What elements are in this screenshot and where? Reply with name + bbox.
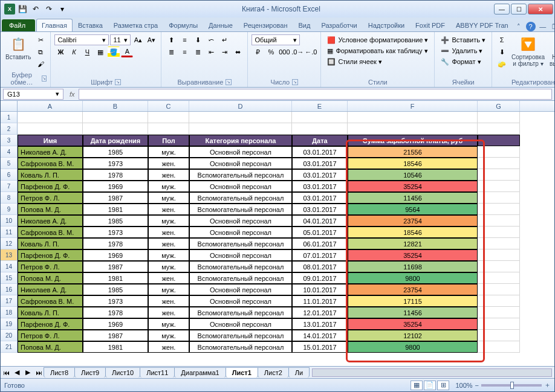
cell[interactable]: Основной персонал [189, 284, 292, 295]
percent-icon[interactable]: % [265, 47, 277, 57]
row-header[interactable]: 20 [1, 330, 18, 341]
cell[interactable]: Вспомогательный персонал [189, 204, 292, 215]
cell[interactable] [478, 146, 520, 158]
cell[interactable]: 1987 [83, 261, 148, 272]
cell[interactable]: 9564 [348, 204, 478, 215]
cell[interactable]: Основной персонал [189, 146, 292, 158]
sheet-tab[interactable]: Лист8 [44, 367, 75, 378]
cell[interactable]: жен. [148, 272, 189, 284]
cell[interactable]: 1969 [83, 181, 148, 192]
cell[interactable]: Попова М. Д. [18, 341, 83, 353]
cell[interactable]: муж. [148, 261, 189, 272]
zoom-in-button[interactable]: ＋ [544, 381, 551, 390]
cell[interactable]: жен. [148, 238, 189, 249]
sheet-tab[interactable]: Ли [288, 367, 310, 378]
cell[interactable]: муж. [148, 330, 189, 341]
cell[interactable]: 1985 [83, 146, 148, 158]
underline-button[interactable]: Ч [81, 47, 93, 57]
row-header[interactable]: 5 [1, 158, 18, 169]
cell[interactable] [292, 112, 348, 123]
cell[interactable]: 1973 [83, 227, 148, 238]
column-header[interactable]: B [83, 101, 148, 111]
cell[interactable]: Имя [18, 135, 83, 146]
close-button[interactable]: ✕ [528, 4, 553, 14]
cell[interactable]: муж. [148, 318, 189, 330]
row-header[interactable]: 13 [1, 249, 18, 261]
cell[interactable]: 08.01.2017 [292, 261, 348, 272]
copy-icon[interactable]: ⧉ [34, 47, 47, 57]
cell[interactable]: Вспомогательный персонал [189, 261, 292, 272]
cell[interactable]: Вспомогательный персонал [189, 192, 292, 204]
cell[interactable]: Основной персонал [189, 249, 292, 261]
cell[interactable] [148, 112, 189, 123]
cell[interactable]: жен. [148, 307, 189, 318]
sheet-tab[interactable]: Лист10 [105, 367, 140, 378]
cell[interactable] [478, 158, 520, 169]
cell[interactable]: Дата [292, 135, 348, 146]
cell[interactable]: Парфенов Д. Ф. [18, 318, 83, 330]
cell[interactable]: Сафронова В. М. [18, 227, 83, 238]
number-format-combo[interactable]: Общий▾ [252, 34, 300, 45]
cell[interactable] [18, 123, 83, 135]
font-color-icon[interactable]: A [121, 47, 133, 57]
cell[interactable]: Сумма заработной платы, руб [348, 135, 478, 146]
doc-restore-icon[interactable]: ❐ [550, 22, 555, 31]
row-header[interactable]: 4 [1, 146, 18, 158]
cell[interactable]: Основной персонал [189, 181, 292, 192]
conditional-format-button[interactable]: 🟥Условное форматирование ▾ [325, 34, 430, 45]
grow-font-icon[interactable]: A▴ [132, 34, 144, 45]
bold-button[interactable]: Ж [54, 47, 67, 57]
cell[interactable] [18, 112, 83, 123]
row-header[interactable]: 21 [1, 341, 18, 353]
wrap-text-icon[interactable]: ↵ [218, 34, 230, 45]
cell[interactable]: муж. [148, 181, 189, 192]
row-header[interactable]: 8 [1, 192, 18, 204]
increase-indent-icon[interactable]: ⇥ [218, 47, 230, 57]
cell[interactable]: 07.01.2017 [292, 249, 348, 261]
align-middle-icon[interactable]: ≡ [178, 34, 190, 45]
cell[interactable]: 11456 [348, 307, 478, 318]
name-box[interactable]: G13▾ [3, 89, 63, 100]
page-break-button[interactable]: ⊞ [437, 381, 449, 390]
cell[interactable]: Коваль Л. П. [18, 238, 83, 249]
zoom-slider[interactable] [481, 384, 542, 387]
align-launcher[interactable]: ↘ [226, 79, 232, 85]
cell[interactable]: Основной персонал [189, 318, 292, 330]
sort-filter-button[interactable]: 🔽 Сортировка и фильтр ▾ [510, 34, 546, 68]
cell[interactable]: Парфенов Д. Ф. [18, 249, 83, 261]
cell[interactable] [83, 123, 148, 135]
ribbon-tab[interactable]: ABBYY PDF Tran [450, 19, 514, 31]
cell[interactable] [478, 238, 520, 249]
cell[interactable]: 1985 [83, 284, 148, 295]
cell[interactable]: Основной персонал [189, 158, 292, 169]
autosum-icon[interactable]: Σ [496, 34, 508, 45]
cell[interactable] [478, 169, 520, 181]
cell[interactable]: 12821 [348, 238, 478, 249]
file-tab[interactable]: Файл [2, 19, 35, 31]
cell[interactable]: 1985 [83, 215, 148, 227]
italic-button[interactable]: К [68, 47, 80, 57]
ribbon-tab[interactable]: Формулы [163, 19, 203, 31]
cell[interactable]: 03.01.2017 [292, 204, 348, 215]
horizontal-scrollbar[interactable] [312, 368, 552, 377]
ribbon-tab[interactable]: Разметка стра [108, 19, 163, 31]
first-sheet-icon[interactable]: ⏮ [1, 367, 11, 378]
cell[interactable] [189, 112, 292, 123]
cell[interactable]: жен. [148, 295, 189, 307]
cell[interactable]: Парфенов Д. Ф. [18, 181, 83, 192]
column-header[interactable]: C [148, 101, 189, 111]
number-launcher[interactable]: ↘ [292, 79, 298, 85]
row-header[interactable]: 16 [1, 284, 18, 295]
clipboard-launcher[interactable]: ↘ [42, 76, 47, 82]
cell[interactable]: 09.01.2017 [292, 272, 348, 284]
normal-view-button[interactable]: ▦ [411, 381, 423, 390]
cell[interactable] [478, 295, 520, 307]
insert-cells-button[interactable]: ➕Вставить ▾ [438, 34, 488, 45]
fill-icon[interactable]: ⬇ [496, 47, 508, 57]
column-header[interactable]: F [348, 101, 478, 111]
shrink-font-icon[interactable]: A▾ [145, 34, 157, 45]
column-header[interactable]: D [189, 101, 292, 111]
paste-button[interactable]: 📋 Вставить [4, 34, 32, 62]
cell[interactable]: Сафронова В. М. [18, 158, 83, 169]
cell[interactable]: муж. [148, 146, 189, 158]
